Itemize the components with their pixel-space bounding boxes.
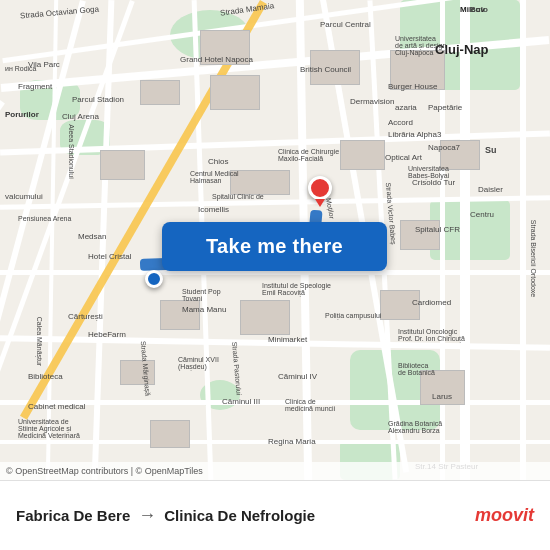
building <box>420 370 465 405</box>
to-label: Clinica De Nefrologie <box>164 507 315 524</box>
moovit-logo: moovit <box>475 505 534 526</box>
route-from-to: Fabrica De Bere → Clinica De Nefrologie <box>16 505 315 526</box>
take-me-there-button[interactable]: Take me there <box>162 222 387 271</box>
map-attribution: © OpenStreetMap contributors | © OpenMap… <box>0 462 550 480</box>
building <box>230 170 290 195</box>
building <box>390 50 445 90</box>
building <box>150 420 190 448</box>
marker-pin-circle <box>308 176 332 200</box>
marker-pin-tail <box>315 199 325 207</box>
route-info: Fabrica De Bere → Clinica De Nefrologie <box>16 505 315 526</box>
arrow-right-icon: → <box>138 505 156 526</box>
start-marker <box>145 270 163 288</box>
map-container: Strada Octavian Goga Strada Mamaia Grand… <box>0 0 550 480</box>
building <box>310 50 360 85</box>
building <box>200 30 250 65</box>
bottom-bar: Fabrica De Bere → Clinica De Nefrologie … <box>0 480 550 550</box>
from-label: Fabrica De Bere <box>16 507 130 524</box>
road <box>460 0 470 480</box>
attribution-text: © OpenStreetMap contributors | © OpenMap… <box>6 466 203 476</box>
building <box>440 140 480 170</box>
moovit-brand: moovit <box>475 505 534 526</box>
building <box>340 140 385 170</box>
building <box>120 360 155 385</box>
take-me-there-label: Take me there <box>206 235 343 258</box>
building <box>240 300 290 335</box>
building <box>380 290 420 320</box>
road <box>520 0 526 480</box>
building <box>100 150 145 180</box>
building <box>140 80 180 105</box>
building <box>210 75 260 110</box>
building <box>160 300 200 330</box>
building <box>400 220 440 250</box>
